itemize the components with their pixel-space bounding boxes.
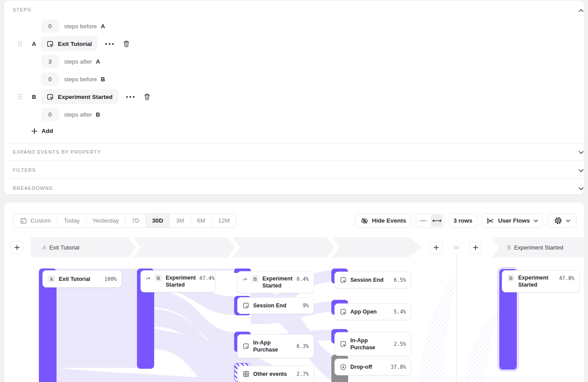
- steps-after-b-input[interactable]: 0: [41, 108, 59, 121]
- step-b-more-button[interactable]: [125, 96, 136, 98]
- steps-before-label: steps before: [64, 23, 97, 30]
- step-letter: B: [507, 244, 511, 251]
- rows-count-label: 3 rows: [454, 217, 473, 224]
- steps-collapse-button[interactable]: [577, 7, 585, 14]
- range-3m[interactable]: 3M: [169, 214, 190, 227]
- steps-before-a-row: 0 steps before A: [41, 19, 105, 33]
- steps-before-b-input[interactable]: 0: [41, 72, 59, 86]
- band-separator-chevron: [227, 237, 240, 257]
- band-separator-chevron: [326, 237, 339, 257]
- filters-section-title: FILTERS: [13, 167, 36, 173]
- chart-type-button[interactable]: User Flows: [482, 213, 543, 228]
- flow-node-exit-tutorial[interactable]: A Exit Tutorial 100%: [42, 270, 122, 287]
- step-ref-a: A: [101, 23, 105, 30]
- settings-button[interactable]: [547, 213, 577, 228]
- chevron-down-icon: [579, 187, 584, 190]
- steps-after-b-row: 0 steps after B: [41, 108, 100, 121]
- range-7d[interactable]: 7D: [125, 214, 145, 227]
- expand-flows-button[interactable]: ←→: [431, 215, 443, 227]
- range-yesterday[interactable]: Yesterday: [86, 214, 125, 227]
- chart-type-label: User Flows: [498, 217, 530, 224]
- plus-icon: [433, 245, 439, 250]
- range-30d-label: 30D: [152, 217, 163, 224]
- flow-node-drop-off[interactable]: Drop-off 37.8%: [334, 359, 411, 375]
- add-step-middle-button[interactable]: [430, 241, 443, 254]
- step-a-event-name: Exit Tutorial: [58, 41, 92, 47]
- rows-count-button[interactable]: 3 rows: [449, 213, 477, 228]
- event-icon: [46, 40, 54, 48]
- step-a-delete-button[interactable]: [121, 40, 131, 48]
- chevron-down-icon: [579, 169, 584, 172]
- flow-node-other-events[interactable]: Other events 2.7%: [237, 366, 314, 382]
- flow-node-in-app-purchase-step3[interactable]: In-App Purchase 6.3%: [237, 334, 314, 358]
- steps-before-a-input[interactable]: 0: [41, 19, 59, 33]
- step-b-event-name: Experiment Started: [58, 94, 113, 100]
- flow-node-session-end-step3[interactable]: Session End 9%: [237, 297, 314, 314]
- grid-icon: [243, 371, 250, 378]
- flow-width-toggle: →← ←→: [416, 213, 444, 228]
- add-step-button[interactable]: Add: [31, 128, 53, 134]
- range-30d-selected[interactable]: 30D: [145, 214, 169, 227]
- flow-node-percent: 6.5%: [394, 277, 406, 283]
- breakdowns-section-title: BREAKDOWNS: [13, 185, 53, 191]
- step-a-event-button[interactable]: Exit Tutorial: [41, 36, 98, 51]
- expand-events-collapse-button[interactable]: [577, 149, 585, 156]
- flow-node-label: Other events: [253, 371, 287, 378]
- event-icon: [340, 340, 347, 348]
- flow-node-experiment-started-final[interactable]: B Experiment Started 47.8%: [502, 270, 580, 292]
- steps-after-a-input[interactable]: 3: [41, 55, 59, 68]
- flow-node-label: Experiment Started: [166, 274, 196, 288]
- flow-node-label: Session End: [350, 276, 383, 284]
- step-b-row: B Experiment Started: [18, 89, 152, 104]
- step-badge-a: A: [48, 275, 55, 283]
- flow-node-percent: 9%: [303, 303, 309, 309]
- range-yesterday-label: Yesterday: [93, 217, 119, 224]
- event-icon: [243, 343, 250, 350]
- plus-icon: [473, 245, 478, 250]
- steps-after-a-row: 3 steps after A: [41, 55, 100, 68]
- range-12m[interactable]: 12M: [212, 214, 236, 227]
- range-12m-label: 12M: [218, 217, 230, 224]
- breakdowns-collapse-button[interactable]: [577, 185, 585, 192]
- step-b-delete-button[interactable]: [142, 93, 152, 101]
- flow-node-percent: 2.7%: [296, 371, 309, 377]
- flow-node-in-app-purchase-step4[interactable]: In-App Purchase 2.5%: [334, 332, 411, 356]
- range-today[interactable]: Today: [57, 214, 86, 227]
- add-step-label: Add: [42, 128, 53, 134]
- range-3m-label: 3M: [176, 217, 184, 224]
- step-badge-b: B: [251, 275, 259, 283]
- drag-handle[interactable]: [18, 41, 22, 47]
- calendar-icon: [20, 217, 27, 224]
- flow-node-session-end-step4[interactable]: Session End 6.5%: [334, 272, 411, 288]
- add-step-right-button[interactable]: [469, 241, 482, 254]
- filters-collapse-button[interactable]: [577, 167, 585, 174]
- flow-node-percent: 47.4%: [199, 275, 215, 281]
- flow-node-experiment-started-step3[interactable]: B Experiment Started 0.4%: [237, 271, 314, 293]
- flow-node-experiment-started-step2[interactable]: B Experiment Started 47.4%: [140, 270, 216, 292]
- steps-before-label: steps before: [64, 76, 97, 83]
- collapse-flows-button[interactable]: →←: [416, 214, 429, 227]
- step-a-header-label: A Exit Tutorial: [42, 237, 80, 257]
- flow-node-percent: 2.5%: [394, 341, 406, 347]
- date-range-picker: Custom Today Yesterday 7D 30D 3M 6M 12M: [13, 213, 236, 228]
- step-event-name: Exit Tutorial: [49, 244, 80, 251]
- step-a-letter: A: [31, 41, 37, 47]
- event-icon: [340, 276, 347, 284]
- query-builder-panel: STEPS 0 steps before A A Exit Tutorial: [4, 0, 584, 195]
- drop-off-icon: [340, 363, 347, 371]
- range-today-label: Today: [64, 217, 80, 224]
- flow-node-app-open[interactable]: App Open 5.4%: [334, 303, 411, 320]
- step-badge-b: B: [155, 274, 162, 282]
- step-b-event-button[interactable]: Experiment Started: [41, 89, 118, 104]
- step-event-name: Experiment Started: [514, 244, 563, 251]
- divider: [8, 143, 588, 144]
- step-a-more-button[interactable]: [104, 43, 115, 45]
- range-6m[interactable]: 6M: [190, 214, 212, 227]
- add-step-before-button[interactable]: [11, 241, 23, 254]
- steps-section-title: STEPS: [13, 7, 31, 12]
- divider: [8, 160, 588, 161]
- hide-events-button[interactable]: Hide Events: [355, 213, 411, 228]
- drag-handle[interactable]: [18, 94, 22, 100]
- range-custom[interactable]: Custom: [14, 214, 57, 227]
- flow-node-label: Experiment Started: [262, 275, 293, 289]
